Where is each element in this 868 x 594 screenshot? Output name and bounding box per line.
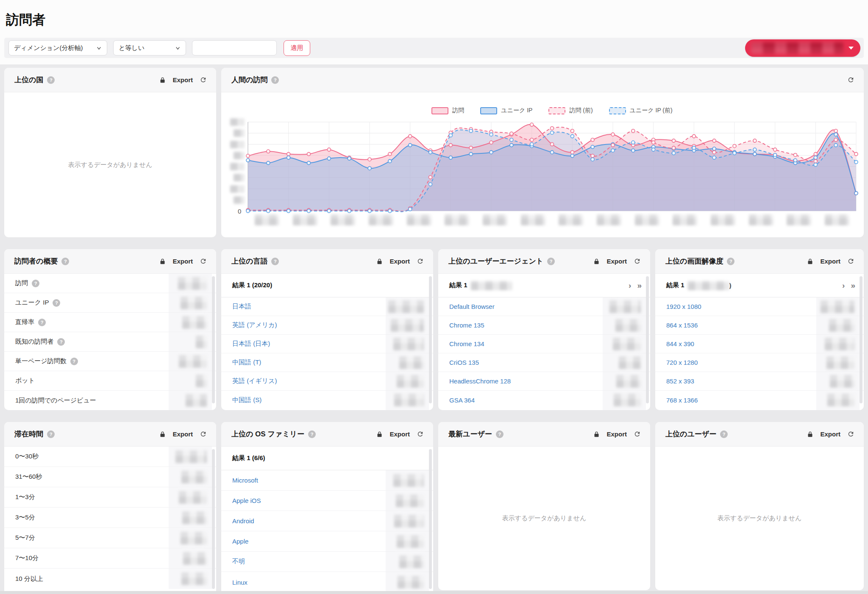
resolution-link[interactable]: 768 x 1366 — [666, 397, 698, 404]
refresh-icon[interactable] — [847, 76, 854, 83]
user-agent-link[interactable]: GSA 364 — [449, 397, 475, 404]
lock-icon[interactable] — [159, 431, 166, 438]
legend-item-visits[interactable]: 訪問 — [431, 107, 464, 114]
os-link[interactable]: Android — [232, 517, 254, 525]
export-button[interactable]: Export — [389, 430, 410, 438]
help-icon[interactable] — [53, 299, 60, 307]
apply-button[interactable]: 適用 — [284, 40, 310, 56]
lock-icon[interactable] — [593, 258, 600, 265]
refresh-icon[interactable] — [200, 76, 207, 83]
user-agent-link[interactable]: Chrome 134 — [449, 340, 484, 347]
help-icon[interactable] — [547, 258, 555, 265]
next-page-icon[interactable]: › — [629, 281, 631, 290]
refresh-icon[interactable] — [847, 258, 854, 265]
page-scrollbar-track[interactable] — [0, 591, 868, 594]
language-link[interactable]: 日本語 — [232, 303, 251, 311]
lock-icon[interactable] — [159, 258, 166, 265]
help-icon[interactable] — [32, 280, 39, 287]
refresh-icon[interactable] — [417, 430, 424, 438]
help-icon[interactable] — [271, 258, 279, 265]
export-button[interactable]: Export — [172, 430, 193, 438]
redacted-count — [471, 281, 512, 290]
scrollbar[interactable] — [429, 276, 432, 403]
list-item: Chrome 135 — [438, 316, 650, 335]
export-button[interactable]: Export — [820, 430, 840, 438]
legend-item-visits-prev[interactable]: 訪問 (前) — [548, 107, 593, 114]
refresh-icon[interactable] — [847, 430, 854, 438]
resolution-link[interactable]: 720 x 1280 — [666, 359, 698, 366]
os-link[interactable]: 不明 — [232, 558, 245, 566]
help-icon[interactable] — [38, 319, 46, 326]
lock-icon[interactable] — [807, 258, 813, 265]
help-icon[interactable] — [308, 430, 316, 438]
export-button[interactable]: Export — [172, 76, 193, 83]
visits-time-series-chart[interactable]: 0 — [248, 122, 856, 211]
help-icon[interactable] — [47, 76, 55, 84]
export-button[interactable]: Export — [820, 258, 840, 265]
scrollbar[interactable] — [429, 449, 432, 589]
resolution-link[interactable]: 1920 x 1080 — [666, 303, 701, 310]
scrollbar[interactable] — [860, 276, 862, 403]
user-agent-link[interactable]: Chrome 135 — [449, 322, 484, 329]
help-icon[interactable] — [70, 358, 78, 365]
export-button[interactable]: Export — [606, 258, 627, 265]
os-link[interactable]: Linux — [232, 579, 248, 586]
last-page-icon[interactable]: » — [851, 281, 855, 290]
os-link[interactable]: Microsoft — [232, 477, 258, 484]
scrollbar[interactable] — [212, 449, 215, 589]
language-link[interactable]: 日本語 (日本) — [232, 340, 270, 348]
lock-icon[interactable] — [807, 431, 813, 438]
resolution-link[interactable]: 864 x 1536 — [666, 322, 698, 329]
panel-top-os-families: 上位の OS ファミリー Export 結果 1 (6/6) Microsoft… — [221, 422, 433, 594]
last-page-icon[interactable]: » — [637, 281, 642, 290]
user-agent-link[interactable]: HeadlessChrome 128 — [449, 377, 511, 385]
redacted-value — [186, 394, 207, 407]
help-icon[interactable] — [57, 338, 65, 346]
resolution-link[interactable]: 852 x 393 — [666, 377, 694, 385]
export-button[interactable]: Export — [172, 258, 193, 265]
help-icon[interactable] — [727, 258, 734, 265]
help-icon[interactable] — [271, 76, 279, 84]
lock-icon[interactable] — [376, 258, 383, 265]
language-link[interactable]: 中国語 (S) — [232, 396, 262, 404]
legend-item-unique-ip-prev[interactable]: ユニーク IP (前) — [609, 107, 673, 114]
redacted-value — [391, 319, 424, 332]
language-link[interactable]: 英語 (イギリス) — [232, 377, 277, 385]
refresh-icon[interactable] — [200, 430, 207, 438]
operator-select[interactable]: と等しい — [113, 40, 186, 56]
resolution-link[interactable]: 844 x 390 — [666, 340, 694, 347]
language-link[interactable]: 中国語 (T) — [232, 358, 261, 366]
lock-icon[interactable] — [159, 77, 166, 83]
list-item: Android — [221, 511, 433, 531]
user-agent-link[interactable]: Default Browser — [449, 303, 495, 310]
next-page-icon[interactable]: › — [842, 281, 845, 290]
list-item: 日本語 — [221, 297, 433, 316]
scrollbar[interactable] — [212, 276, 215, 403]
scrollbar[interactable] — [646, 276, 649, 403]
legend-item-unique-ip[interactable]: ユニーク IP — [480, 107, 532, 114]
export-button[interactable]: Export — [389, 258, 410, 265]
y-axis-redacted-label — [234, 152, 245, 159]
dimension-select[interactable]: ディメンション(分析軸) — [8, 40, 107, 56]
refresh-icon[interactable] — [634, 430, 641, 438]
redacted-value — [183, 552, 207, 565]
refresh-icon[interactable] — [417, 258, 424, 265]
help-icon[interactable] — [720, 430, 728, 438]
filter-value-input[interactable] — [192, 40, 277, 56]
lock-icon[interactable] — [593, 431, 600, 438]
panel-title: 最新ユーザー — [448, 429, 492, 439]
export-button[interactable]: Export — [606, 430, 627, 438]
site-selector[interactable] — [745, 39, 860, 57]
help-icon[interactable] — [496, 430, 504, 438]
refresh-icon[interactable] — [634, 258, 641, 265]
lock-icon[interactable] — [376, 431, 383, 438]
help-icon[interactable] — [61, 258, 69, 265]
os-link[interactable]: Apple — [232, 538, 248, 545]
user-agent-link[interactable]: CriOS 135 — [449, 359, 479, 366]
refresh-icon[interactable] — [200, 258, 207, 265]
redacted-value — [821, 300, 854, 313]
language-link[interactable]: 英語 (アメリカ) — [232, 321, 277, 329]
os-link[interactable]: Apple iOS — [232, 497, 261, 504]
table-row: 訪問 — [4, 274, 216, 293]
help-icon[interactable] — [47, 430, 55, 438]
